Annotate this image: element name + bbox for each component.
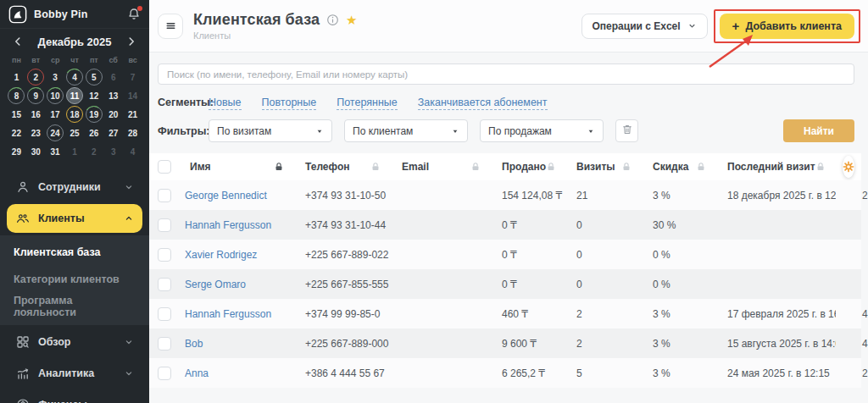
filter-select-1[interactable]: По визитам	[209, 119, 332, 142]
calendar-day[interactable]: 6	[105, 69, 122, 86]
search-input[interactable]	[158, 63, 854, 85]
calendar-day[interactable]: 25	[66, 124, 83, 141]
calendar-day[interactable]: 31	[47, 143, 64, 160]
row-checkbox[interactable]	[158, 189, 171, 202]
calendar-day[interactable]: 17	[47, 106, 64, 123]
calendar-next-button[interactable]	[125, 36, 137, 47]
calendar-day[interactable]: 22	[8, 124, 25, 141]
calendar-day[interactable]: 2	[27, 69, 44, 86]
calendar-prev-button[interactable]	[12, 36, 24, 47]
chevron-down-icon	[124, 337, 134, 347]
calendar-day[interactable]: 21	[125, 106, 142, 123]
info-icon[interactable]	[326, 14, 339, 26]
select-all-checkbox[interactable]	[158, 160, 171, 174]
segment-link-2[interactable]: Повторные	[262, 97, 317, 110]
calendar-day[interactable]: 7	[125, 69, 142, 86]
calendar-day[interactable]: 28	[125, 124, 142, 141]
row-checkbox[interactable]	[158, 218, 171, 232]
calendar-day[interactable]: 15	[8, 106, 25, 123]
lock-icon[interactable]	[470, 162, 481, 172]
calendar-day[interactable]: 10	[47, 87, 64, 104]
calendar-day[interactable]: 3	[105, 143, 122, 160]
calendar-day[interactable]: 16	[27, 106, 44, 123]
row-checkbox[interactable]	[158, 307, 171, 321]
cell-last-visit: 17 февраля 2025 г. в 16:30	[717, 308, 836, 320]
calendar-day[interactable]: 19	[86, 106, 103, 123]
calendar-day[interactable]: 9	[27, 87, 44, 104]
segment-link-3[interactable]: Потерянные	[337, 97, 398, 110]
calendar-day[interactable]: 3	[47, 69, 64, 86]
calendar-day[interactable]: 8	[8, 87, 25, 104]
lock-icon[interactable]	[546, 162, 556, 172]
excel-operations-button[interactable]: Операции с Excel	[581, 14, 708, 39]
column-label: Визиты	[576, 161, 615, 173]
calendar-day[interactable]: 12	[86, 87, 103, 104]
calendar-day[interactable]: 1	[8, 69, 25, 86]
row-checkbox[interactable]	[158, 278, 171, 291]
calendar-day[interactable]: 20	[105, 106, 122, 123]
menu-toggle-button[interactable]	[158, 14, 183, 39]
find-button[interactable]: Найти	[783, 119, 854, 142]
title-block: Клиентская база ★ Клиенты	[193, 11, 358, 41]
lock-icon[interactable]	[370, 162, 381, 172]
calendar-day[interactable]: 30	[27, 143, 44, 160]
favorite-star-icon[interactable]: ★	[346, 14, 357, 26]
excel-operations-label: Операции с Excel	[593, 20, 681, 32]
client-name-link[interactable]: Bob	[180, 338, 295, 350]
add-client-button[interactable]: + Добавить клиента	[720, 14, 854, 39]
cell-visits: 2	[566, 308, 643, 320]
calendar-day[interactable]: 14	[125, 87, 142, 104]
sidebar-item-overview[interactable]: Обзор	[7, 328, 142, 356]
sidebar-item-analytics[interactable]: Аналитика	[7, 359, 142, 388]
caret-down-icon	[451, 127, 459, 135]
segment-link-1[interactable]: Новые	[209, 97, 242, 110]
calendar-day[interactable]: 27	[105, 124, 122, 141]
column-header-2: Телефон	[295, 161, 392, 173]
sidebar-item-finances[interactable]: Финансы	[7, 390, 142, 403]
client-name-link[interactable]: George Bennedict	[180, 190, 295, 202]
sidebar: Bobby Pin Декабрь 2025 пнвтсрчтптсбвс 12…	[0, 0, 149, 403]
calendar-day[interactable]: 1	[66, 143, 83, 160]
calendar-day[interactable]: 23	[27, 124, 44, 141]
row-checkbox[interactable]	[158, 367, 171, 380]
notification-bell-icon[interactable]	[127, 8, 141, 21]
calendar-day[interactable]: 4	[125, 143, 142, 160]
calendar-day[interactable]: 2	[86, 143, 103, 160]
client-name-link[interactable]: Anna	[180, 367, 295, 379]
settings-gear-button[interactable]	[843, 156, 854, 178]
calendar-day[interactable]: 24	[47, 124, 64, 141]
sidebar-subitem-client-base[interactable]: Клиентская база	[0, 239, 149, 266]
clear-filters-button[interactable]	[615, 119, 638, 142]
row-checkbox[interactable]	[158, 248, 171, 262]
client-name-link[interactable]: Hannah Fergusson	[180, 219, 295, 231]
lock-icon[interactable]	[696, 162, 706, 172]
calendar-day[interactable]: 5	[86, 69, 103, 86]
calendar-day[interactable]: 4	[66, 69, 83, 86]
lock-icon[interactable]	[274, 162, 284, 172]
lock-icon[interactable]	[621, 162, 632, 172]
calendar-day[interactable]: 11	[66, 87, 83, 104]
calendar-day[interactable]: 18	[66, 106, 83, 123]
calendar-day[interactable]: 13	[105, 87, 122, 104]
chevron-up-icon	[124, 213, 134, 224]
segment-link-4[interactable]: Заканчивается абонемент	[418, 97, 548, 110]
filter-select-2[interactable]: По клиентам	[344, 119, 468, 142]
sidebar-item-clients[interactable]: Клиенты	[7, 204, 142, 233]
calendar-day[interactable]: 26	[86, 124, 103, 141]
filter-select-3[interactable]: По продажам	[480, 119, 604, 142]
sidebar-subitem-client-categories[interactable]: Категории клиентов	[0, 266, 149, 293]
sidebar-subitem-loyalty-program[interactable]: Программа лояльности	[0, 293, 149, 320]
client-name-link[interactable]: Serge Omaro	[180, 279, 295, 290]
lock-icon[interactable]	[815, 162, 826, 172]
row-checkbox[interactable]	[158, 337, 171, 351]
app-logo-icon[interactable]	[8, 5, 27, 24]
filters-row: Фильтры: По визитамПо клиентамПо продажа…	[158, 119, 854, 142]
segments-row: Сегменты: НовыеПовторныеПотерянныеЗаканч…	[158, 94, 854, 109]
cell-last-visit: 15 августа 2025 г. в 14:00	[717, 338, 836, 350]
calendar-day[interactable]: 29	[8, 143, 25, 160]
client-name-link[interactable]: Hannah Fergusson	[180, 308, 295, 320]
notification-dot	[137, 6, 142, 11]
sidebar-item-employees[interactable]: Сотрудники	[7, 173, 142, 202]
table-body: George Bennedict+374 93 31-10-50154 124,…	[149, 180, 861, 388]
client-name-link[interactable]: Xavier Rodrigez	[180, 249, 295, 261]
